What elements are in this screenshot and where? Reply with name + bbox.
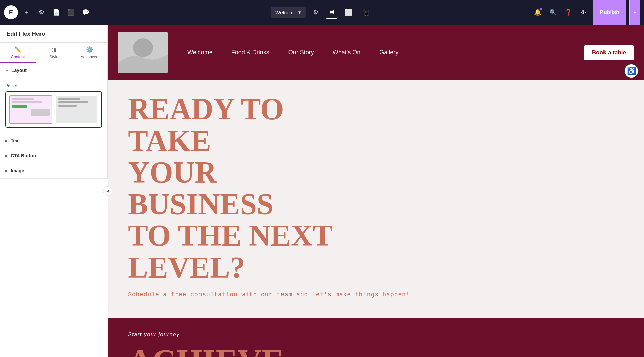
cta-section-header[interactable]: ▶ CTA Button: [0, 148, 107, 163]
preview-icon[interactable]: 👁: [578, 6, 590, 18]
tab-content[interactable]: ✏️ Content: [0, 43, 36, 63]
elementor-logo[interactable]: E: [4, 5, 18, 19]
preset-item-2[interactable]: [56, 95, 98, 124]
layout-section: ▼ Layout Preset: [0, 63, 107, 133]
preset-item-2-inner: [56, 96, 98, 123]
content-tab-icon: ✏️: [14, 46, 22, 53]
site-logo: [118, 32, 168, 73]
top-bar-right: 🔔 🔍 ❓ 👁 Publish ▾: [532, 0, 640, 25]
history-icon[interactable]: 📄: [50, 6, 62, 18]
nav-our-story[interactable]: Our Story: [279, 49, 323, 56]
preset-row-3-green: [12, 105, 27, 108]
hero-subtitle: Schedule a free consultation with our te…: [128, 291, 624, 298]
chevron-down-icon: ▾: [298, 9, 301, 15]
text-collapse-arrow: ▶: [5, 139, 8, 143]
nav-whats-on[interactable]: What's On: [323, 49, 370, 56]
preset2-row-3: [58, 105, 77, 107]
publish-dropdown-button[interactable]: ▾: [629, 0, 640, 25]
cta-collapse-arrow: ▶: [5, 154, 8, 158]
section-big-title: ACHIEVE: [128, 344, 624, 357]
panel-title: Edit Flex Hero: [0, 25, 107, 43]
preset-label: Preset: [5, 83, 102, 88]
tab-advanced[interactable]: ⚙️ Advanced: [72, 43, 107, 63]
accessibility-button[interactable]: ♿: [624, 64, 639, 78]
notifications-icon[interactable]: 🔔: [532, 6, 544, 18]
site-navigation: Welcome Food & Drinks Our Story What's O…: [108, 25, 644, 80]
site-settings-icon[interactable]: ⚙: [310, 6, 322, 18]
layout-collapse-arrow: ▼: [5, 69, 9, 72]
main-content: Edit Flex Hero ✏️ Content ◑ Style ⚙️ Adv…: [0, 25, 644, 357]
second-section: Start your journey ACHIEVE: [108, 318, 644, 357]
tab-style[interactable]: ◑ Style: [36, 43, 72, 63]
image-section-header[interactable]: ▶ Image: [0, 163, 107, 178]
image-collapse-arrow: ▶: [5, 169, 8, 173]
section-eyebrow: Start your journey: [128, 332, 624, 338]
layers-icon[interactable]: ⬛: [65, 6, 77, 18]
nav-food-drinks[interactable]: Food & Drinks: [222, 49, 279, 56]
top-bar: E ＋ ⚙ 📄 ⬛ 💬 Welcome ▾ ⚙ 🖥 ⬜ 📱 🔔 🔍 ❓ 👁 Pu…: [0, 0, 644, 25]
preset-thumb: [31, 109, 50, 116]
canvas-area[interactable]: Welcome Food & Drinks Our Story What's O…: [108, 25, 644, 357]
search-icon[interactable]: 🔍: [547, 6, 559, 18]
center-controls: Welcome ▾ ⚙ 🖥 ⬜ 📱: [271, 6, 373, 19]
comments-icon[interactable]: 💬: [80, 6, 92, 18]
hero-title: READY TO TAKE YOUR BUSINESS TO THE NEXT …: [128, 93, 362, 283]
nav-gallery[interactable]: Gallery: [370, 49, 408, 56]
preset-container: [5, 91, 102, 128]
help-icon[interactable]: ❓: [562, 6, 574, 18]
text-section-header[interactable]: ▶ Text: [0, 133, 107, 148]
preset-row-2: [12, 101, 42, 103]
tablet-view-button[interactable]: ⬜: [342, 6, 355, 18]
preset-row-1: [12, 98, 34, 100]
layout-section-header[interactable]: ▼ Layout: [0, 63, 107, 78]
style-tab-icon: ◑: [51, 46, 57, 53]
svg-point-1: [133, 38, 153, 57]
welcome-button[interactable]: Welcome ▾: [271, 7, 306, 18]
layout-content: Preset: [0, 78, 107, 133]
panel-tabs: ✏️ Content ◑ Style ⚙️ Advanced: [0, 43, 107, 63]
book-table-button[interactable]: Book a table: [584, 45, 634, 60]
add-element-button[interactable]: ＋: [21, 6, 33, 18]
panel-wrapper: Edit Flex Hero ✏️ Content ◑ Style ⚙️ Adv…: [0, 25, 108, 357]
left-panel: Edit Flex Hero ✏️ Content ◑ Style ⚙️ Adv…: [0, 25, 108, 178]
hero-section: READY TO TAKE YOUR BUSINESS TO THE NEXT …: [108, 80, 644, 318]
nav-links: Welcome Food & Drinks Our Story What's O…: [178, 45, 634, 60]
advanced-tab-icon: ⚙️: [86, 46, 93, 53]
nav-welcome[interactable]: Welcome: [178, 49, 222, 56]
mobile-view-button[interactable]: 📱: [359, 6, 373, 18]
preset2-row-1: [58, 98, 81, 100]
preset-item-1-inner: [10, 96, 52, 123]
desktop-view-button[interactable]: 🖥: [326, 6, 338, 19]
preset2-row-2: [58, 101, 88, 103]
preset-item-1[interactable]: [9, 95, 52, 124]
publish-button[interactable]: Publish: [593, 0, 626, 25]
notification-dot: [540, 8, 542, 10]
settings-icon[interactable]: ⚙: [35, 6, 48, 18]
panel-collapse-button[interactable]: ◀: [103, 186, 112, 196]
